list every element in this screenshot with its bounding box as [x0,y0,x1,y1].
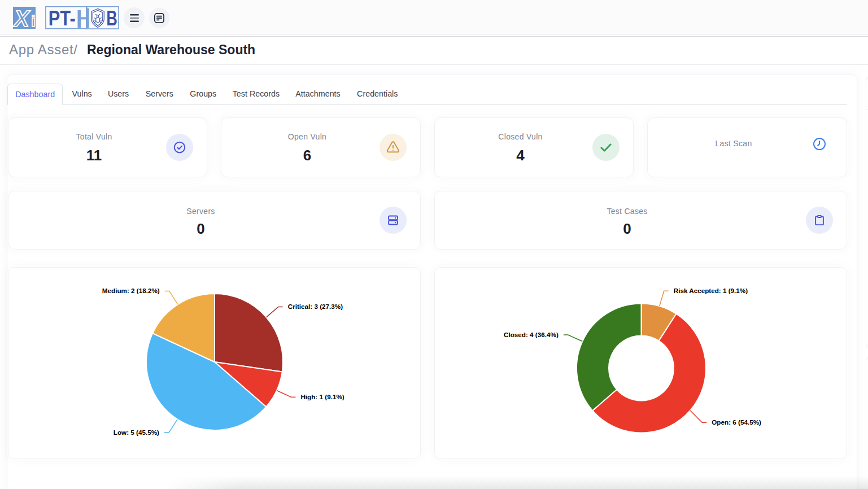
svg-text:High: 1 (9.1%): High: 1 (9.1%) [300,393,344,400]
svg-text:Critical: 3 (27.3%): Critical: 3 (27.3%) [288,303,343,310]
svg-text:B: B [106,7,117,30]
svg-text:i: i [31,12,36,30]
svg-text:Medium: 2 (18.2%): Medium: 2 (18.2%) [102,287,160,294]
svg-text:Risk Accepted: 1 (9.1%): Risk Accepted: 1 (9.1%) [674,287,748,294]
svg-text:X: X [13,6,30,30]
svg-text:PT-: PT- [49,7,76,30]
svg-text:Low: 5 (45.5%): Low: 5 (45.5%) [114,429,159,436]
svg-text:Closed: 4 (36.4%): Closed: 4 (36.4%) [504,331,559,338]
svg-text:Open: 6 (54.5%): Open: 6 (54.5%) [712,418,761,426]
